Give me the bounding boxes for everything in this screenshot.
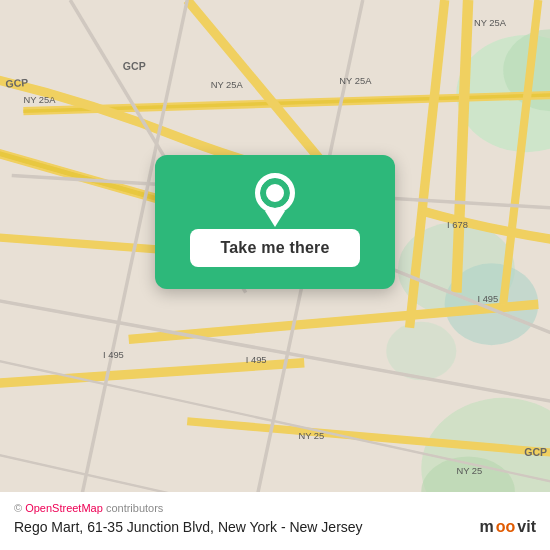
svg-text:NY 25A: NY 25A — [211, 80, 244, 90]
pin-tail — [265, 211, 285, 227]
svg-text:NY 25: NY 25 — [456, 466, 482, 476]
svg-text:GCP: GCP — [5, 76, 29, 90]
svg-text:NY 25: NY 25 — [298, 431, 324, 441]
location-text: Rego Mart, 61-35 Junction Blvd, New York… — [14, 518, 536, 538]
svg-text:NY 25A: NY 25A — [23, 95, 56, 105]
svg-text:GCP: GCP — [123, 60, 146, 72]
svg-text:NY 25A: NY 25A — [474, 18, 507, 28]
osm-link[interactable]: OpenStreetMap — [25, 502, 103, 514]
svg-text:GCP: GCP — [524, 446, 547, 458]
take-me-there-overlay[interactable]: Take me there — [155, 155, 395, 289]
moovit-text2: vit — [517, 518, 536, 536]
take-me-there-button[interactable]: Take me there — [190, 229, 359, 267]
map-container: GCP GCP GCP NY 25A NY 25A NY 25A 25A NY … — [0, 0, 550, 550]
moovit-dot: oo — [496, 518, 516, 536]
map-pin-icon — [252, 173, 298, 229]
svg-text:I 495: I 495 — [103, 350, 124, 360]
svg-text:I 678: I 678 — [447, 220, 468, 230]
copyright-text: contributors — [106, 502, 163, 514]
copyright-row: © OpenStreetMap contributors — [14, 502, 536, 514]
copyright-symbol: © — [14, 502, 22, 514]
svg-text:I 495: I 495 — [246, 355, 267, 365]
svg-text:NY 25A: NY 25A — [339, 76, 372, 86]
moovit-logo: m oo vit — [480, 518, 536, 536]
pin-head — [255, 173, 295, 213]
bottom-bar: © OpenStreetMap contributors Rego Mart, … — [0, 492, 550, 550]
svg-text:I 495: I 495 — [477, 294, 498, 304]
moovit-text: m — [480, 518, 494, 536]
